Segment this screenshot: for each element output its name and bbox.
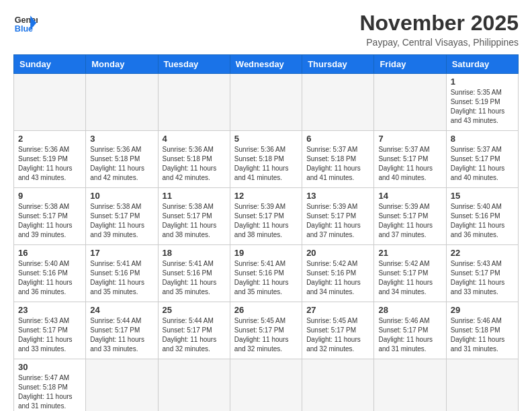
day-number: 22 bbox=[451, 248, 514, 258]
day-number: 11 bbox=[163, 191, 226, 201]
table-row: 29Sunrise: 5:46 AMSunset: 5:18 PMDayligh… bbox=[446, 302, 518, 359]
day-number: 25 bbox=[163, 305, 226, 315]
table-row bbox=[14, 74, 86, 131]
day-info: Sunrise: 5:38 AMSunset: 5:17 PMDaylight:… bbox=[18, 202, 81, 240]
day-number: 17 bbox=[90, 248, 153, 258]
calendar-week-row: 16Sunrise: 5:40 AMSunset: 5:16 PMDayligh… bbox=[14, 245, 519, 302]
table-row bbox=[158, 74, 230, 131]
day-number: 5 bbox=[234, 134, 298, 144]
table-row: 10Sunrise: 5:38 AMSunset: 5:17 PMDayligh… bbox=[86, 188, 158, 245]
table-row: 1Sunrise: 5:35 AMSunset: 5:19 PMDaylight… bbox=[446, 74, 518, 131]
day-number: 29 bbox=[451, 305, 514, 315]
day-number: 16 bbox=[18, 248, 81, 258]
day-number: 13 bbox=[306, 191, 369, 201]
day-info: Sunrise: 5:41 AMSunset: 5:16 PMDaylight:… bbox=[234, 259, 298, 297]
day-number: 26 bbox=[234, 305, 298, 315]
table-row bbox=[446, 359, 518, 412]
logo: General Blue bbox=[13, 11, 38, 35]
page-header: General Blue November 2025 Paypay, Centr… bbox=[13, 11, 519, 48]
day-info: Sunrise: 5:39 AMSunset: 5:17 PMDaylight:… bbox=[234, 202, 298, 240]
day-number: 12 bbox=[234, 191, 298, 201]
header-tuesday: Tuesday bbox=[158, 55, 230, 74]
table-row: 18Sunrise: 5:41 AMSunset: 5:16 PMDayligh… bbox=[158, 245, 230, 302]
table-row bbox=[302, 359, 374, 412]
table-row: 12Sunrise: 5:39 AMSunset: 5:17 PMDayligh… bbox=[230, 188, 302, 245]
calendar-week-row: 9Sunrise: 5:38 AMSunset: 5:17 PMDaylight… bbox=[14, 188, 519, 245]
day-info: Sunrise: 5:35 AMSunset: 5:19 PMDaylight:… bbox=[451, 88, 514, 126]
table-row: 26Sunrise: 5:45 AMSunset: 5:17 PMDayligh… bbox=[230, 302, 302, 359]
day-info: Sunrise: 5:43 AMSunset: 5:17 PMDaylight:… bbox=[451, 259, 514, 297]
day-info: Sunrise: 5:46 AMSunset: 5:17 PMDaylight:… bbox=[378, 316, 441, 354]
table-row: 17Sunrise: 5:41 AMSunset: 5:16 PMDayligh… bbox=[86, 245, 158, 302]
table-row bbox=[374, 359, 446, 412]
table-row: 8Sunrise: 5:37 AMSunset: 5:17 PMDaylight… bbox=[446, 131, 518, 188]
day-info: Sunrise: 5:38 AMSunset: 5:17 PMDaylight:… bbox=[90, 202, 153, 240]
location-subtitle: Paypay, Central Visayas, Philippines bbox=[359, 37, 519, 48]
day-number: 9 bbox=[18, 191, 81, 201]
table-row: 4Sunrise: 5:36 AMSunset: 5:18 PMDaylight… bbox=[158, 131, 230, 188]
day-number: 19 bbox=[234, 248, 298, 258]
header-sunday: Sunday bbox=[14, 55, 86, 74]
day-info: Sunrise: 5:39 AMSunset: 5:17 PMDaylight:… bbox=[378, 202, 441, 240]
day-info: Sunrise: 5:46 AMSunset: 5:18 PMDaylight:… bbox=[451, 316, 514, 354]
table-row: 21Sunrise: 5:42 AMSunset: 5:17 PMDayligh… bbox=[374, 245, 446, 302]
day-info: Sunrise: 5:44 AMSunset: 5:17 PMDaylight:… bbox=[163, 316, 226, 354]
table-row bbox=[374, 74, 446, 131]
day-number: 21 bbox=[378, 248, 441, 258]
calendar-week-row: 23Sunrise: 5:43 AMSunset: 5:17 PMDayligh… bbox=[14, 302, 519, 359]
header-friday: Friday bbox=[374, 55, 446, 74]
day-info: Sunrise: 5:36 AMSunset: 5:18 PMDaylight:… bbox=[234, 145, 298, 183]
day-info: Sunrise: 5:45 AMSunset: 5:17 PMDaylight:… bbox=[234, 316, 298, 354]
day-number: 2 bbox=[18, 134, 81, 144]
day-info: Sunrise: 5:43 AMSunset: 5:17 PMDaylight:… bbox=[18, 316, 81, 354]
day-info: Sunrise: 5:45 AMSunset: 5:17 PMDaylight:… bbox=[306, 316, 369, 354]
day-info: Sunrise: 5:36 AMSunset: 5:19 PMDaylight:… bbox=[18, 145, 81, 183]
day-info: Sunrise: 5:42 AMSunset: 5:17 PMDaylight:… bbox=[378, 259, 441, 297]
table-row: 13Sunrise: 5:39 AMSunset: 5:17 PMDayligh… bbox=[302, 188, 374, 245]
day-info: Sunrise: 5:40 AMSunset: 5:16 PMDaylight:… bbox=[18, 259, 81, 297]
calendar-week-row: 1Sunrise: 5:35 AMSunset: 5:19 PMDaylight… bbox=[14, 74, 519, 131]
day-info: Sunrise: 5:38 AMSunset: 5:17 PMDaylight:… bbox=[163, 202, 226, 240]
day-number: 1 bbox=[451, 77, 514, 87]
table-row: 15Sunrise: 5:40 AMSunset: 5:16 PMDayligh… bbox=[446, 188, 518, 245]
day-number: 14 bbox=[378, 191, 441, 201]
day-info: Sunrise: 5:42 AMSunset: 5:16 PMDaylight:… bbox=[306, 259, 369, 297]
table-row bbox=[230, 74, 302, 131]
day-info: Sunrise: 5:47 AMSunset: 5:18 PMDaylight:… bbox=[18, 373, 81, 411]
day-number: 3 bbox=[90, 134, 153, 144]
table-row: 14Sunrise: 5:39 AMSunset: 5:17 PMDayligh… bbox=[374, 188, 446, 245]
day-info: Sunrise: 5:41 AMSunset: 5:16 PMDaylight:… bbox=[163, 259, 226, 297]
table-row: 2Sunrise: 5:36 AMSunset: 5:19 PMDaylight… bbox=[14, 131, 86, 188]
table-row: 11Sunrise: 5:38 AMSunset: 5:17 PMDayligh… bbox=[158, 188, 230, 245]
day-info: Sunrise: 5:36 AMSunset: 5:18 PMDaylight:… bbox=[90, 145, 153, 183]
day-number: 18 bbox=[163, 248, 226, 258]
day-number: 30 bbox=[18, 362, 81, 372]
day-number: 20 bbox=[306, 248, 369, 258]
day-number: 28 bbox=[378, 305, 441, 315]
day-number: 8 bbox=[451, 134, 514, 144]
day-number: 15 bbox=[451, 191, 514, 201]
header-wednesday: Wednesday bbox=[230, 55, 302, 74]
header-monday: Monday bbox=[86, 55, 158, 74]
table-row: 23Sunrise: 5:43 AMSunset: 5:17 PMDayligh… bbox=[14, 302, 86, 359]
calendar-week-row: 30Sunrise: 5:47 AMSunset: 5:18 PMDayligh… bbox=[14, 359, 519, 412]
logo-icon: General Blue bbox=[13, 11, 38, 35]
table-row: 22Sunrise: 5:43 AMSunset: 5:17 PMDayligh… bbox=[446, 245, 518, 302]
table-row: 25Sunrise: 5:44 AMSunset: 5:17 PMDayligh… bbox=[158, 302, 230, 359]
day-number: 10 bbox=[90, 191, 153, 201]
day-number: 4 bbox=[163, 134, 226, 144]
header-saturday: Saturday bbox=[446, 55, 518, 74]
header-thursday: Thursday bbox=[302, 55, 374, 74]
day-info: Sunrise: 5:37 AMSunset: 5:17 PMDaylight:… bbox=[451, 145, 514, 183]
day-number: 7 bbox=[378, 134, 441, 144]
table-row bbox=[86, 359, 158, 412]
table-row bbox=[158, 359, 230, 412]
day-info: Sunrise: 5:36 AMSunset: 5:18 PMDaylight:… bbox=[163, 145, 226, 183]
table-row: 5Sunrise: 5:36 AMSunset: 5:18 PMDaylight… bbox=[230, 131, 302, 188]
table-row: 3Sunrise: 5:36 AMSunset: 5:18 PMDaylight… bbox=[86, 131, 158, 188]
table-row bbox=[230, 359, 302, 412]
title-area: November 2025 Paypay, Central Visayas, P… bbox=[359, 11, 519, 48]
table-row: 6Sunrise: 5:37 AMSunset: 5:18 PMDaylight… bbox=[302, 131, 374, 188]
day-number: 6 bbox=[306, 134, 369, 144]
day-info: Sunrise: 5:44 AMSunset: 5:17 PMDaylight:… bbox=[90, 316, 153, 354]
